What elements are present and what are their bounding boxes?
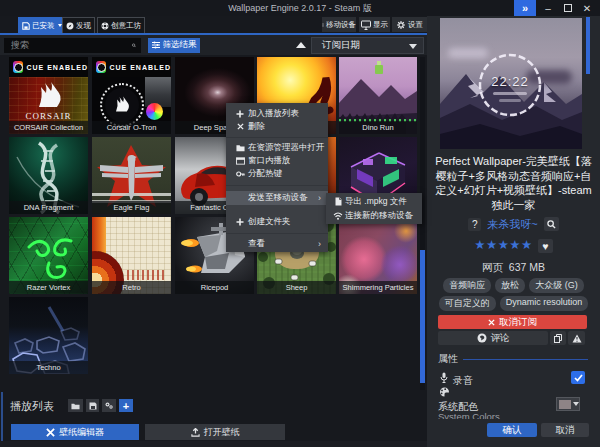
file-icon [331,197,345,206]
filter-icon [152,41,160,49]
rating-stars[interactable]: ★★★★★ [474,239,533,252]
tag[interactable]: 放松 [495,278,525,293]
expand-button[interactable]: » [514,0,536,16]
rating-row: ★★★★★ ♥ [432,238,595,253]
tag[interactable]: 音频响应 [443,278,491,293]
razer-logo [21,229,81,285]
color-swatch-dropdown[interactable] [556,397,580,411]
window-icon [232,157,248,165]
menu-separator [226,233,328,234]
open-button-label: 打开壁纸 [204,426,240,439]
comments-button[interactable]: 评论 [438,331,548,345]
menu-item-open-in-explorer[interactable]: 在资源管理器中打开 [226,141,328,154]
playlist-open-folder-button[interactable] [68,399,83,412]
recording-checkbox[interactable] [571,371,585,384]
grid-scrollbar-thumb[interactable] [420,250,425,383]
menu-item-view[interactable]: 查看 › [226,237,328,250]
wallpaper-tile[interactable]: CORSAIR CUE ENABLED CORSAIR Collection [9,57,88,134]
icue-icon [96,61,106,73]
wallpaper-preview[interactable]: 22:22 [440,18,582,149]
playlist-add-button[interactable]: + [119,399,133,412]
submenu-item-connect-mobile[interactable]: 连接新的移动设备 [326,209,422,222]
wallpaper-tile[interactable]: DNA Fragment [9,137,88,214]
playlist-save-button[interactable] [86,399,99,412]
gears-icon [104,401,114,410]
report-button[interactable] [568,331,585,345]
author-search-button[interactable] [544,217,559,231]
sort-selected-value: 订阅日期 [322,39,360,52]
tag-list: 音频响应 放松 大众级 (G) 可自定义的 Dynamic resolution [435,278,592,311]
settings-button[interactable]: 设置 [392,17,427,32]
wallpaper-type: 网页 [482,261,503,273]
menu-item-assign-hotkey[interactable]: 分配热键 [226,167,328,180]
filter-button-label: 筛选结果 [163,39,197,51]
maximize-button[interactable] [559,0,576,16]
monitor-icon [361,20,371,30]
menu-item-play-in-window[interactable]: 窗口内播放 [226,154,328,167]
wallpaper-editor-button[interactable]: 壁纸编辑器 [11,424,139,440]
tag[interactable]: Dynamic resolution [500,296,589,311]
open-wallpaper-button[interactable]: 打开壁纸 [145,424,285,440]
mobile-devices-button[interactable]: 移动设备 [322,17,356,32]
editor-tools-icon [46,428,55,437]
tile-label: CORSAIR Collection [9,121,88,134]
menu-item-create-folder[interactable]: 创建文件夹 [226,215,328,228]
sort-direction-button[interactable] [293,38,309,52]
submenu-arrow-icon: › [318,193,321,203]
machine-art [145,77,171,107]
retro-dots [127,270,167,280]
discover-icon [66,22,74,30]
menu-item-label: 创建文件夹 [248,216,291,228]
tag[interactable]: 可自定义的 [439,296,496,311]
filter-results-button[interactable]: 筛选结果 [148,38,200,53]
wallpaper-tile[interactable]: Dino Run [339,57,417,134]
copy-button[interactable] [550,331,566,345]
tile-label: Razer Vortex [9,281,88,294]
unsubscribe-button[interactable]: 取消订阅 [438,315,587,329]
dropdown-arrow-icon [409,44,417,49]
sort-dropdown[interactable]: 订阅日期 [311,37,424,54]
palette-icon [439,387,450,397]
menu-item-send-to-mobile[interactable]: 发送至移动设备 › [226,191,328,205]
minimize-button[interactable]: – [540,0,556,16]
close-icon [488,319,495,326]
search-input[interactable] [4,40,132,50]
wallpaper-tile[interactable]: Razer Vortex [9,217,88,294]
tile-label: Dino Run [339,121,417,134]
sort-ascending-icon [296,42,306,48]
close-button[interactable]: ✕ [578,0,596,16]
tag[interactable]: 大众级 (G) [529,278,584,293]
favorite-button[interactable]: ♥ [538,239,553,253]
cancel-button[interactable]: 取消 [541,423,589,437]
author-avatar[interactable]: ? [468,218,481,231]
author-link[interactable]: 来杀我呀~ [487,217,537,232]
menu-item-delete[interactable]: 删除 [226,120,328,133]
details-panel: 22:22 Perfect Wallpaper-完美壁纸【落樱粒子+多风格动态音… [427,16,600,447]
ok-button[interactable]: 确认 [487,423,537,437]
property-recording-label: 录音 [453,374,473,388]
wallpaper-tile[interactable]: Techno [9,297,88,374]
tab-label: 创意工坊 [111,21,141,31]
tab-discover[interactable]: 发现 [62,17,95,33]
tile-label: Shimmering Particles [339,281,417,294]
playlist-settings-button[interactable] [102,399,116,412]
submenu-arrow-icon: › [318,239,321,249]
display-button[interactable]: 显示 [359,17,390,32]
wallpaper-tile[interactable]: Shimmering Particles [339,217,417,294]
tab-installed[interactable]: 已安装 [18,17,66,33]
properties-header-label: 属性 [438,352,458,366]
cue-badge-label: CUE ENABLED [26,64,88,71]
menu-item-add-to-playlist[interactable]: 加入播放列表 [226,107,328,120]
search-row: 筛选结果 订阅日期 [0,35,427,55]
wallpaper-tile[interactable]: CUE ENABLED Corsair O-Tron [92,57,171,134]
tab-workshop[interactable]: 创意工坊 [97,17,145,33]
panel-scrollbar-thumb[interactable] [586,17,590,74]
submenu-item-export-mpkg[interactable]: 导出 .mpkg 文件 [326,195,422,208]
wallpaper-tile[interactable]: Retro [92,217,171,294]
menu-item-label: 在资源管理器中打开 [248,142,325,154]
properties-divider [463,359,588,360]
corsair-logo [112,96,132,114]
menu-item-label: 导出 .mpkg 文件 [345,196,407,208]
comments-label: 评论 [491,332,510,345]
wallpaper-tile[interactable]: Eagle Flag [92,137,171,214]
